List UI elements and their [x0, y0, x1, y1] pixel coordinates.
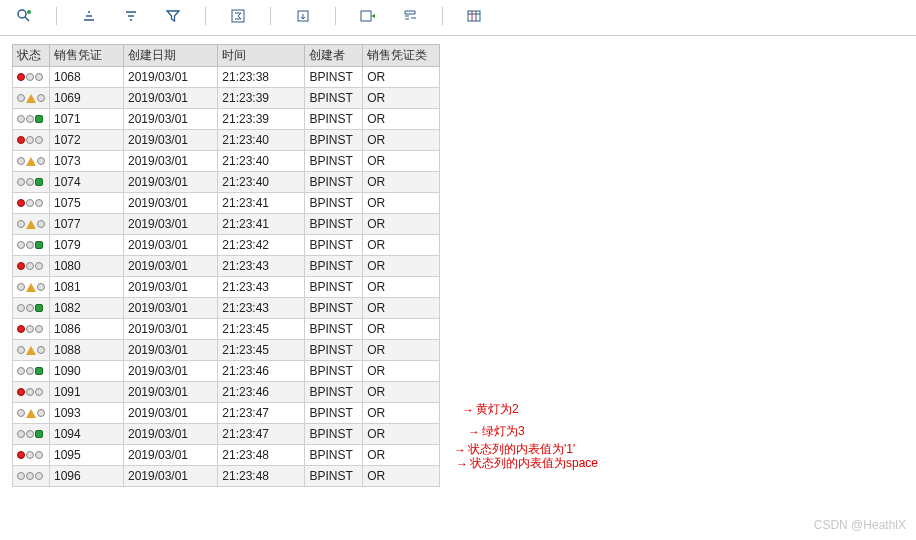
table-row[interactable]: 10752019/03/0121:23:41BPINSTOR	[13, 193, 440, 214]
cell-time: 21:23:45	[218, 340, 305, 361]
cell-date: 2019/03/01	[123, 424, 217, 445]
cell-creator: BPINST	[305, 382, 363, 403]
cell-doc: 1077	[50, 214, 124, 235]
col-header-date[interactable]: 创建日期	[123, 45, 217, 67]
traffic-light-green-icon	[17, 430, 43, 438]
sum-icon[interactable]	[228, 6, 248, 26]
table-row[interactable]: 10732019/03/0121:23:40BPINSTOR	[13, 151, 440, 172]
table-row[interactable]: 10962019/03/0121:23:48BPINSTOR	[13, 466, 440, 487]
table-row[interactable]: 10942019/03/0121:23:47BPINSTOR	[13, 424, 440, 445]
cell-status	[13, 466, 50, 487]
cell-creator: BPINST	[305, 88, 363, 109]
data-table[interactable]: 状态 销售凭证 创建日期 时间 创建者 销售凭证类 10682019/03/01…	[12, 44, 440, 487]
cell-time: 21:23:41	[218, 193, 305, 214]
cell-doc: 1096	[50, 466, 124, 487]
traffic-light-red-icon	[17, 262, 43, 270]
cell-type: OR	[363, 130, 440, 151]
cell-time: 21:23:48	[218, 445, 305, 466]
toolbar-separator	[205, 7, 206, 25]
cell-doc: 1071	[50, 109, 124, 130]
cell-creator: BPINST	[305, 67, 363, 88]
table-row[interactable]: 10692019/03/0121:23:39BPINSTOR	[13, 88, 440, 109]
table-row[interactable]: 10722019/03/0121:23:40BPINSTOR	[13, 130, 440, 151]
table-row[interactable]: 10822019/03/0121:23:43BPINSTOR	[13, 298, 440, 319]
cell-type: OR	[363, 277, 440, 298]
table-row[interactable]: 10912019/03/0121:23:46BPINSTOR	[13, 382, 440, 403]
cell-status	[13, 382, 50, 403]
traffic-light-yellow-icon	[17, 94, 45, 103]
cell-status	[13, 424, 50, 445]
table-row[interactable]: 10862019/03/0121:23:45BPINSTOR	[13, 319, 440, 340]
cell-type: OR	[363, 340, 440, 361]
cell-doc: 1095	[50, 445, 124, 466]
table-row[interactable]: 10682019/03/0121:23:38BPINSTOR	[13, 67, 440, 88]
cell-date: 2019/03/01	[123, 445, 217, 466]
cell-status	[13, 403, 50, 424]
cell-doc: 1073	[50, 151, 124, 172]
table-row[interactable]: 10952019/03/0121:23:48BPINSTOR	[13, 445, 440, 466]
cell-doc: 1086	[50, 319, 124, 340]
cell-time: 21:23:43	[218, 277, 305, 298]
cell-date: 2019/03/01	[123, 88, 217, 109]
table-row[interactable]: 10882019/03/0121:23:45BPINSTOR	[13, 340, 440, 361]
cell-doc: 1090	[50, 361, 124, 382]
send-icon[interactable]	[358, 6, 378, 26]
table-row[interactable]: 10902019/03/0121:23:46BPINSTOR	[13, 361, 440, 382]
cell-creator: BPINST	[305, 466, 363, 487]
traffic-light-green-icon	[17, 367, 43, 375]
table-row[interactable]: 10712019/03/0121:23:39BPINSTOR	[13, 109, 440, 130]
cell-date: 2019/03/01	[123, 340, 217, 361]
export-icon[interactable]	[293, 6, 313, 26]
cell-date: 2019/03/01	[123, 130, 217, 151]
table-row[interactable]: 10792019/03/0121:23:42BPINSTOR	[13, 235, 440, 256]
detail-icon[interactable]	[14, 6, 34, 26]
cell-time: 21:23:43	[218, 256, 305, 277]
header-row: 状态 销售凭证 创建日期 时间 创建者 销售凭证类	[13, 45, 440, 67]
traffic-light-yellow-icon	[17, 157, 45, 166]
table-row[interactable]: 10812019/03/0121:23:43BPINSTOR	[13, 277, 440, 298]
cell-date: 2019/03/01	[123, 214, 217, 235]
table-row[interactable]: 10772019/03/0121:23:41BPINSTOR	[13, 214, 440, 235]
table-row[interactable]: 10932019/03/0121:23:47BPINSTOR	[13, 403, 440, 424]
cell-doc: 1081	[50, 277, 124, 298]
col-header-doc[interactable]: 销售凭证	[50, 45, 124, 67]
cell-time: 21:23:47	[218, 403, 305, 424]
traffic-light-red-icon	[17, 325, 43, 333]
cell-date: 2019/03/01	[123, 298, 217, 319]
traffic-light-yellow-icon	[17, 346, 45, 355]
cell-status	[13, 256, 50, 277]
cell-doc: 1072	[50, 130, 124, 151]
cell-doc: 1091	[50, 382, 124, 403]
watermark: CSDN @HeathlX	[814, 518, 906, 532]
traffic-light-yellow-icon	[17, 409, 45, 418]
traffic-light-red-icon	[17, 73, 43, 81]
traffic-light-green-icon	[17, 304, 43, 312]
toolbar-separator	[270, 7, 271, 25]
sort-desc-icon[interactable]	[121, 6, 141, 26]
cell-creator: BPINST	[305, 109, 363, 130]
cell-doc: 1079	[50, 235, 124, 256]
cell-doc: 1080	[50, 256, 124, 277]
traffic-light-yellow-icon	[17, 220, 45, 229]
cell-type: OR	[363, 424, 440, 445]
cell-status	[13, 340, 50, 361]
cell-type: OR	[363, 466, 440, 487]
sort-asc-icon[interactable]	[79, 6, 99, 26]
col-header-status[interactable]: 状态	[13, 45, 50, 67]
grid-settings-icon[interactable]	[465, 6, 485, 26]
filter-icon[interactable]	[163, 6, 183, 26]
col-header-type[interactable]: 销售凭证类	[363, 45, 440, 67]
cell-type: OR	[363, 403, 440, 424]
cell-date: 2019/03/01	[123, 382, 217, 403]
cell-type: OR	[363, 319, 440, 340]
traffic-light-red-icon	[17, 451, 43, 459]
table-row[interactable]: 10742019/03/0121:23:40BPINSTOR	[13, 172, 440, 193]
cell-time: 21:23:40	[218, 151, 305, 172]
table-row[interactable]: 10802019/03/0121:23:43BPINSTOR	[13, 256, 440, 277]
traffic-light-none-icon	[17, 472, 43, 480]
layout-icon[interactable]	[400, 6, 420, 26]
cell-creator: BPINST	[305, 130, 363, 151]
col-header-creator[interactable]: 创建者	[305, 45, 363, 67]
cell-creator: BPINST	[305, 193, 363, 214]
col-header-time[interactable]: 时间	[218, 45, 305, 67]
